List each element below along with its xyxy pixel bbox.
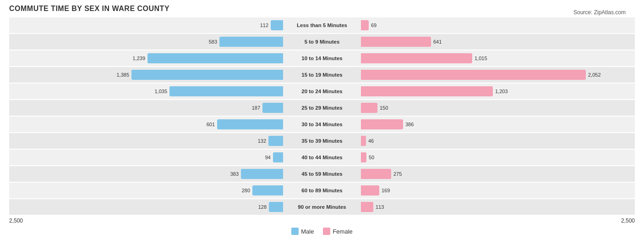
legend-female-box	[323, 228, 330, 235]
bar-label: 25 to 29 Minutes	[283, 105, 361, 111]
bar-female	[361, 20, 369, 30]
bar-female-value: 1,203	[495, 89, 509, 94]
bar-female-value: 2,052	[588, 72, 602, 78]
bar-female-value: 46	[368, 138, 382, 144]
bar-female	[361, 86, 493, 96]
bar-female	[361, 103, 377, 113]
bar-male-value: 128	[253, 204, 267, 210]
bar-male-value: 1,385	[115, 72, 129, 78]
bar-female-value: 169	[382, 188, 395, 193]
legend-male-box	[291, 228, 299, 235]
bar-male-value: 1,239	[131, 56, 145, 61]
legend-male: Male	[291, 228, 314, 235]
bar-label: 90 or more Minutes	[283, 204, 361, 210]
axis-right: 2,500	[621, 218, 635, 224]
legend-female-label: Female	[333, 228, 352, 235]
bar-female-value: 69	[371, 22, 385, 28]
table-row: 1,23910 to 14 Minutes1,015	[9, 50, 635, 66]
legend: Male Female	[9, 228, 635, 235]
bar-male	[262, 103, 283, 113]
bar-male	[252, 185, 283, 195]
axis-labels: 2,500 2,500	[9, 216, 635, 224]
bar-female-value: 1,015	[475, 56, 488, 61]
bar-label: 40 to 44 Minutes	[283, 155, 361, 160]
bar-male	[219, 37, 283, 47]
table-row: 1,03520 to 24 Minutes1,203	[9, 84, 635, 99]
bar-male-value: 1,035	[153, 89, 167, 94]
bar-male	[271, 20, 283, 30]
table-row: 13235 to 39 Minutes46	[9, 133, 635, 149]
bar-female	[361, 202, 373, 212]
bar-label: 20 to 24 Minutes	[283, 89, 361, 94]
table-row: 1,38515 to 19 Minutes2,052	[9, 67, 635, 83]
bar-female	[361, 136, 366, 146]
bar-male-value: 601	[201, 122, 215, 127]
bar-male	[241, 169, 283, 179]
bar-female	[361, 119, 403, 129]
bar-male	[217, 119, 283, 129]
legend-female: Female	[323, 228, 352, 235]
bar-label: 10 to 14 Minutes	[283, 56, 361, 61]
table-row: 38345 to 59 Minutes275	[9, 166, 635, 182]
bar-female	[361, 70, 586, 80]
axis-left: 2,500	[9, 218, 23, 224]
chart-wrapper: 112Less than 5 Minutes695835 to 9 Minute…	[9, 17, 635, 224]
chart-title: COMMUTE TIME BY SEX IN WARE COUNTY	[9, 5, 635, 13]
table-row: 12890 or more Minutes113	[9, 199, 635, 215]
bar-label: Less than 5 Minutes	[283, 22, 361, 28]
bar-female-value: 150	[380, 105, 393, 111]
bar-male	[269, 202, 283, 212]
bar-female-value: 50	[369, 155, 382, 160]
bar-label: 60 to 89 Minutes	[283, 188, 361, 193]
bar-male	[147, 53, 283, 63]
bar-male-value: 383	[225, 171, 239, 177]
bar-male	[131, 70, 283, 80]
source-label: Source: ZipAtlas.com	[573, 9, 626, 16]
bar-male-value: 280	[236, 188, 250, 193]
bar-female	[361, 169, 391, 179]
table-row: 60130 to 34 Minutes386	[9, 117, 635, 132]
bar-female	[361, 152, 366, 162]
bar-female	[361, 185, 379, 195]
table-row: 5835 to 9 Minutes641	[9, 34, 635, 50]
bar-male-value: 583	[203, 39, 217, 45]
legend-male-label: Male	[301, 228, 314, 235]
bar-label: 45 to 59 Minutes	[283, 171, 361, 177]
bar-male-value: 187	[246, 105, 260, 111]
bar-female-value: 275	[393, 171, 407, 177]
bar-female-value: 386	[405, 122, 419, 127]
bar-label: 30 to 34 Minutes	[283, 122, 361, 127]
table-row: 9440 to 44 Minutes50	[9, 150, 635, 165]
bar-label: 5 to 9 Minutes	[283, 39, 361, 45]
bar-female	[361, 53, 472, 63]
bar-male-value: 112	[255, 22, 268, 28]
bars-container: 112Less than 5 Minutes695835 to 9 Minute…	[9, 17, 635, 215]
table-row: 112Less than 5 Minutes69	[9, 17, 635, 33]
bar-male	[268, 136, 283, 146]
bar-female	[361, 37, 431, 47]
table-row: 18725 to 29 Minutes150	[9, 100, 635, 116]
bar-label: 35 to 39 Minutes	[283, 138, 361, 144]
bar-female-value: 641	[433, 39, 447, 45]
bar-male-value: 94	[257, 155, 271, 160]
bar-male	[169, 86, 283, 96]
bar-male-value: 132	[252, 138, 266, 144]
bar-male	[273, 152, 283, 162]
bar-female-value: 113	[376, 204, 389, 210]
table-row: 28060 to 89 Minutes169	[9, 183, 635, 198]
bar-label: 15 to 19 Minutes	[283, 72, 361, 78]
